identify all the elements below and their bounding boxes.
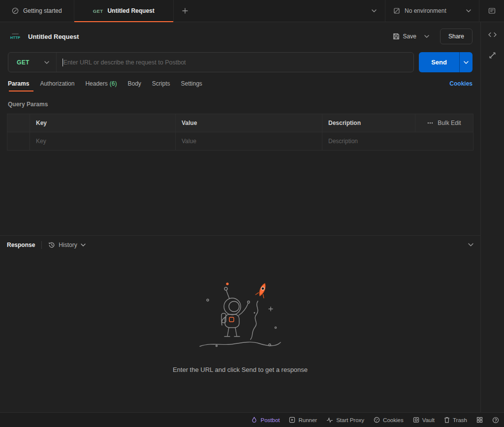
postbot-label: Postbot [260,417,280,423]
tab-label: Body [127,80,141,87]
topbar-right: No environment [363,0,504,22]
start-proxy-button[interactable]: Start Proxy [326,417,364,423]
response-bar: Response History [0,236,480,254]
params-row-handle[interactable] [7,132,30,151]
request-pane: HTTP Untitled Request Save [0,22,480,235]
start-proxy-icon [326,417,333,423]
trash-icon [444,417,450,423]
save-options-chevron[interactable] [420,31,433,41]
ellipsis-icon [427,122,433,124]
windows-grid-button[interactable] [476,417,483,423]
status-bar: Postbot Runner Start Proxy [0,412,504,427]
response-empty-message: Enter the URL and click Send to get a re… [173,366,308,373]
chevron-down-icon [468,243,473,246]
runner-button[interactable]: Runner [289,417,317,423]
tab-bar: Getting started GET Untitled Request [0,0,504,22]
response-title: Response [7,242,35,248]
send-button[interactable]: Send [419,52,459,72]
collapse-response-chevron[interactable] [468,243,473,246]
url-input-wrap [57,53,414,72]
save-button[interactable]: Save [389,30,420,43]
tab-params[interactable]: Params [8,74,34,93]
new-tab-button[interactable] [174,0,196,22]
cookies-link[interactable]: Cookies [449,80,472,87]
save-icon [393,33,400,40]
request-tabs: Params Authorization Headers(6) Body Scr… [0,72,480,95]
environment-label: No environment [405,7,462,14]
cookies-label: Cookies [383,417,404,423]
postbot-button[interactable]: Postbot [251,417,280,423]
postman-app: Getting started GET Untitled Request [0,0,504,427]
params-description-header: Description [322,114,415,132]
help-icon [492,417,499,424]
url-input[interactable] [57,53,414,72]
send-button-group: Send [419,52,472,72]
query-params-title: Query Params [0,95,480,114]
http-badge: HTTP [8,33,23,40]
request-title: Untitled Request [28,33,79,40]
grid-icon [476,417,483,423]
tab-method-label: GET [93,8,103,14]
code-icon [488,32,497,37]
history-label: History [59,242,77,248]
chevron-down-icon [372,9,377,12]
cookies-button[interactable]: Cookies [374,417,404,423]
tab-label: Params [8,80,29,87]
tab-getting-started[interactable]: Getting started [0,0,74,22]
param-key-input[interactable] [30,132,175,150]
tab-scripts[interactable]: Scripts [147,74,176,93]
diagonal-arrows-icon [489,52,496,59]
plus-icon [182,8,188,14]
params-select-column [7,114,30,132]
query-params-table: Key Value Description [7,114,473,151]
params-header-row: Key Value Description [7,114,473,132]
chevron-down-icon [466,9,471,12]
request-header-actions: Save Share [389,29,472,44]
tab-settings[interactable]: Settings [176,74,208,93]
bulk-edit-cell: Bulk Edit [415,114,473,132]
history-icon [48,242,55,248]
runner-label: Runner [298,417,317,423]
chevron-down-icon [44,61,49,64]
tab-list-chevron-button[interactable] [363,0,385,22]
runner-icon [289,417,295,423]
tab-untitled-request[interactable]: GET Untitled Request [74,0,174,22]
cookie-icon [374,417,380,423]
bulk-edit-label: Bulk Edit [438,120,461,126]
code-snippet-button[interactable] [488,32,497,37]
environment-selector[interactable]: No environment [385,0,479,22]
related-requests-button[interactable] [489,52,496,59]
no-environment-icon [393,7,400,14]
share-button[interactable]: Share [440,29,472,44]
http-badge-decoration [12,33,19,34]
vault-icon [413,417,419,423]
tab-label: Untitled Request [107,7,154,14]
param-description-input[interactable] [322,132,473,150]
trash-label: Trash [453,417,467,423]
response-pane: Response History [0,235,480,412]
url-bar: GET [8,52,414,72]
params-row [7,132,473,151]
tab-body[interactable]: Body [122,74,146,93]
http-badge-label: HTTP [10,35,20,40]
tab-authorization[interactable]: Authorization [34,74,80,93]
help-button[interactable] [492,417,499,424]
getting-started-icon [12,7,19,14]
send-options-chevron[interactable] [459,52,472,72]
param-value-input[interactable] [176,132,322,150]
text-cursor [63,59,63,66]
vault-label: Vault [422,417,435,423]
save-label: Save [403,33,416,40]
vault-button[interactable]: Vault [413,417,435,423]
environment-quick-look-button[interactable] [479,0,504,22]
trash-button[interactable]: Trash [444,417,467,423]
method-selector[interactable]: GET [8,53,57,72]
history-dropdown[interactable]: History [48,242,85,248]
tab-headers[interactable]: Headers(6) [80,74,122,93]
astronaut-rocket-illustration [196,280,284,355]
request-editor: HTTP Untitled Request Save [0,22,480,412]
method-label: GET [17,59,30,66]
chevron-down-icon [81,244,86,246]
bulk-edit-button[interactable]: Bulk Edit [421,120,467,126]
postbot-icon [251,417,257,423]
